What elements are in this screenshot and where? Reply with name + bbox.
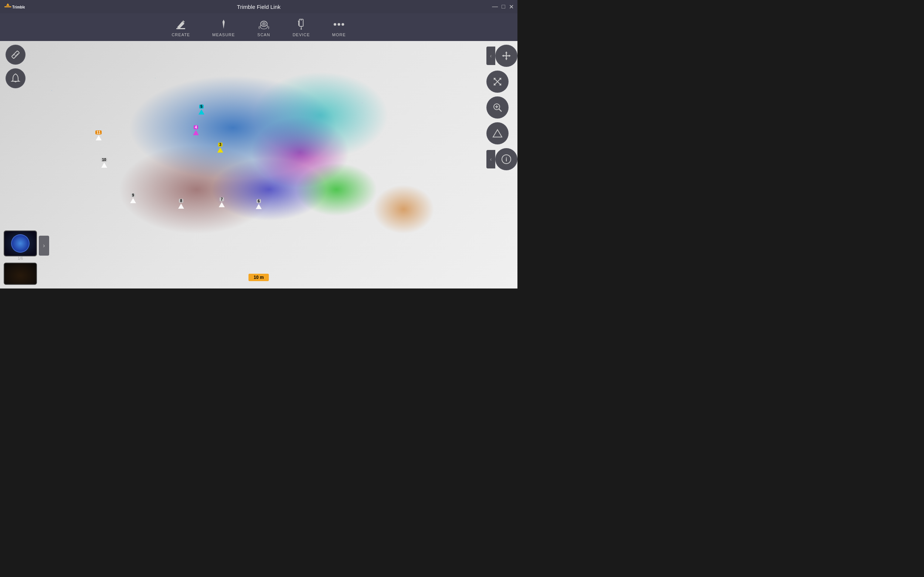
svg-marker-31	[502, 55, 504, 57]
marker-5: 5	[199, 105, 204, 114]
scan-counter: 1/6	[4, 256, 37, 260]
more-icon	[332, 18, 346, 31]
marker-group	[486, 122, 517, 144]
alert-button[interactable]	[6, 68, 26, 88]
window-controls: — □ ✕	[492, 3, 514, 10]
main-viewport[interactable]: 11 10 5 4 3 9 8 7 6 10 m	[0, 41, 517, 288]
toolbar-create[interactable]: CREATE	[171, 18, 190, 37]
svg-point-17	[341, 23, 344, 26]
create-label: CREATE	[171, 32, 190, 37]
triangle-marker-icon	[492, 128, 502, 139]
marker-11: 11	[95, 131, 102, 140]
more-label: MORE	[332, 32, 346, 37]
ruler-icon	[10, 50, 21, 60]
info-button[interactable]: i	[495, 148, 517, 170]
floor-thumbnail[interactable]	[4, 263, 37, 285]
create-icon	[174, 18, 187, 31]
trimble-logo-svg: Trimble	[5, 3, 25, 11]
measure-label: MEASURE	[212, 32, 235, 37]
maximize-button[interactable]: □	[502, 3, 505, 10]
svg-marker-32	[509, 55, 511, 57]
right-controls: ‹	[486, 45, 517, 170]
svg-point-16	[338, 23, 341, 26]
marker-7: 7	[219, 197, 225, 207]
svg-point-15	[334, 23, 336, 26]
move-group	[486, 71, 517, 93]
measure-icon	[217, 18, 230, 31]
toolbar-device[interactable]: DEVICE	[293, 18, 310, 37]
left-controls	[6, 45, 26, 88]
svg-line-38	[499, 109, 502, 111]
device-icon	[294, 18, 308, 31]
device-label: DEVICE	[293, 32, 310, 37]
scan-thumbnail[interactable]	[4, 230, 37, 256]
svg-marker-41	[493, 130, 502, 137]
app-logo: Trimble	[5, 3, 25, 11]
scan-label: SCAN	[257, 32, 270, 37]
title-bar: Trimble Trimble Field Link — □ ✕	[0, 0, 517, 13]
info-icon: i	[501, 154, 512, 164]
toolbar-scan[interactable]: SCAN	[257, 18, 271, 37]
zoom-button[interactable]	[486, 97, 509, 119]
toolbar-more[interactable]: MORE	[332, 18, 346, 37]
info-group: ‹ i	[486, 148, 517, 170]
svg-rect-25	[11, 51, 19, 58]
svg-text:Trimble: Trimble	[12, 5, 25, 9]
scan-thumb-container: 1/6 ›	[4, 230, 49, 260]
close-button[interactable]: ✕	[509, 3, 514, 10]
move-icon	[492, 76, 502, 87]
pan-icon	[501, 51, 512, 61]
main-toolbar: CREATE MEASURE SCAN	[0, 13, 517, 41]
minimize-button[interactable]: —	[492, 3, 498, 10]
zoom-group	[486, 97, 517, 119]
pan-button[interactable]	[495, 45, 517, 67]
scale-bar: 10 m	[248, 274, 269, 281]
svg-rect-1	[5, 6, 11, 7]
marker-8: 8	[178, 199, 184, 209]
marker-4: 4	[193, 125, 199, 135]
svg-marker-30	[505, 58, 507, 60]
scan-sphere-icon	[11, 234, 29, 253]
app-title: Trimble Field Link	[237, 4, 281, 10]
marker-9: 9	[130, 193, 136, 203]
bottom-left-panel: 1/6 ›	[4, 230, 49, 285]
svg-point-8	[263, 23, 265, 24]
svg-rect-10	[300, 19, 302, 20]
marker-3: 3	[217, 143, 223, 153]
toolbar-measure[interactable]: MEASURE	[212, 18, 235, 37]
svg-point-12	[300, 28, 302, 29]
svg-rect-3	[176, 28, 185, 29]
pan-group: ‹	[486, 45, 517, 67]
zoom-icon	[492, 102, 502, 113]
svg-text:i: i	[506, 156, 507, 163]
scan-icon	[257, 18, 271, 31]
move-button[interactable]	[486, 71, 509, 93]
info-tab[interactable]: ‹	[486, 150, 495, 168]
floor-thumbnail-inner	[5, 263, 36, 284]
svg-marker-0	[6, 3, 10, 6]
measure-tool-button[interactable]	[6, 45, 26, 64]
svg-marker-29	[505, 52, 507, 53]
pan-tab[interactable]: ‹	[486, 47, 495, 65]
scan-nav-button[interactable]: ›	[39, 236, 49, 256]
marker-6: 6	[256, 199, 262, 209]
marker-button[interactable]	[486, 122, 509, 144]
scale-bar-label: 10 m	[248, 274, 269, 281]
marker-10: 10	[101, 158, 107, 168]
svg-marker-4	[223, 19, 225, 29]
bell-icon	[11, 73, 20, 84]
